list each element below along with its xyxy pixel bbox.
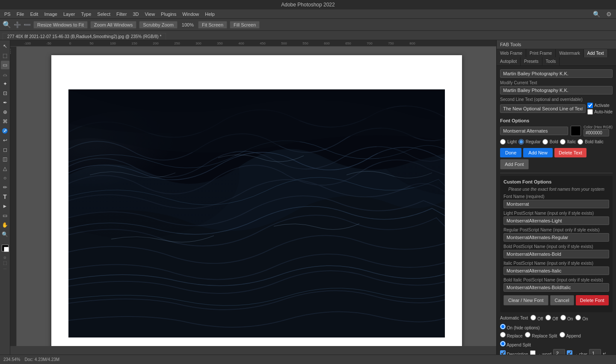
blur-tool[interactable]: △ (1, 164, 9, 173)
delete-font-btn[interactable]: Delete Font (576, 295, 609, 305)
add-new-button[interactable]: Add New (523, 148, 553, 157)
search-icon[interactable]: 🔍 (590, 11, 603, 18)
regular-ps-input[interactable] (503, 233, 609, 242)
clear-new-font-btn[interactable]: Clear / New Font (503, 295, 548, 305)
bold-ps-input[interactable] (503, 250, 609, 258)
eyedropper-tool[interactable]: ✒ (1, 98, 9, 107)
cancel-btn[interactable]: Cancel (550, 295, 574, 305)
auto-off-radio-1[interactable] (530, 315, 536, 320)
replace-split-radio[interactable] (525, 332, 530, 337)
lasso-tool[interactable]: ⌓ (1, 70, 9, 79)
menu-filter[interactable]: Filter (114, 11, 129, 18)
resize-windows-btn[interactable]: Resize Windows to Fit (33, 21, 88, 29)
append-split-radio[interactable] (500, 341, 506, 346)
select-tool[interactable]: ▭ (1, 61, 9, 69)
add-font-button[interactable]: Add Font (500, 159, 529, 169)
auto-on-radio-2[interactable] (575, 315, 581, 320)
menu-image[interactable]: Image (41, 11, 60, 18)
light-radio[interactable] (500, 139, 506, 145)
bold-italic-radio[interactable] (578, 139, 583, 145)
font-name-label: Font Name (required) (503, 194, 609, 199)
menu-plugins[interactable]: Plugins (158, 11, 179, 18)
quick-mask[interactable]: ⊙ (3, 256, 6, 260)
color-hex-input[interactable] (583, 129, 609, 136)
font-name-input[interactable] (503, 200, 609, 208)
eraser-tool[interactable]: ◻ (1, 145, 9, 154)
menu-select[interactable]: Select (95, 11, 113, 18)
menu-file[interactable]: File (14, 11, 27, 18)
history-brush[interactable]: ↩ (1, 136, 9, 145)
auto-hide-checkbox[interactable] (587, 109, 593, 115)
dodge-tool[interactable]: ○ (1, 174, 9, 182)
word-cb-label: → word (530, 350, 551, 355)
menu-type[interactable]: Type (79, 11, 94, 18)
tab-tools[interactable]: Tools (542, 57, 560, 65)
hand-tool[interactable]: ✋ (1, 221, 9, 229)
menu-ps[interactable]: PS (2, 11, 13, 18)
auto-off-radio-2[interactable] (545, 315, 551, 320)
settings-icon[interactable]: ⚙ (604, 11, 614, 18)
modify-text-input[interactable] (500, 86, 613, 95)
italic-radio[interactable] (560, 139, 566, 145)
gradient-tool[interactable]: ◫ (1, 155, 9, 163)
menu-window[interactable]: Window (180, 11, 201, 18)
quick-select-tool[interactable]: ✦ (1, 80, 9, 88)
change-screen-mode[interactable]: ⬚ (3, 260, 7, 265)
menu-layer[interactable]: Layer (61, 11, 78, 18)
doc-tab[interactable]: 277 40X 8f 2021-12-07 15-46-33 (B,Radius… (3, 33, 166, 40)
done-button[interactable]: Done (500, 148, 521, 157)
tab-autopilot[interactable]: Autopilot (497, 57, 521, 65)
tab-presets[interactable]: Presets (521, 57, 542, 65)
brush-tool[interactable]: ⌘ (1, 117, 9, 126)
auto-on-radio-1[interactable] (560, 315, 566, 320)
word-count-input[interactable] (553, 349, 565, 355)
color-swatch[interactable] (571, 126, 581, 136)
bold-italic-ps-input[interactable] (503, 283, 609, 292)
auto-on-label-2: On (575, 315, 588, 321)
char-count-input[interactable] (589, 349, 601, 355)
preset-select[interactable]: Martin Bailey Photography K.K. (500, 69, 613, 78)
clone-tool[interactable]: ♐ (1, 127, 9, 135)
foreground-color[interactable] (2, 245, 9, 252)
auto-on-hide-radio[interactable] (500, 324, 506, 329)
light-ps-input[interactable] (503, 216, 609, 225)
char-checkbox[interactable] (567, 350, 572, 355)
word-checkbox[interactable] (530, 350, 536, 355)
zoom-tool[interactable]: 🔍 (1, 230, 9, 239)
plus-icon[interactable]: ➕ (14, 21, 21, 28)
second-line-input[interactable] (500, 104, 586, 113)
tab-add-text[interactable]: Add Text (584, 49, 608, 57)
shape-tool[interactable]: ▭ (1, 211, 9, 220)
type-tool[interactable]: T (1, 192, 9, 201)
extra-tools[interactable]: … (3, 266, 7, 270)
path-select-tool[interactable]: ► (1, 202, 9, 210)
tab-print-frame[interactable]: Print Frame (526, 49, 556, 57)
delete-text-button[interactable]: Delete Text (554, 148, 586, 157)
tab-web-frame[interactable]: Web Frame (497, 49, 526, 57)
menu-help[interactable]: Help (202, 11, 217, 18)
move-tool[interactable]: ↖ (1, 42, 9, 50)
healing-tool[interactable]: ⊕ (1, 108, 9, 116)
replace-radio[interactable] (500, 332, 506, 337)
description-checkbox[interactable] (500, 350, 506, 355)
activate-checkbox[interactable] (587, 103, 593, 108)
canvas-container[interactable]: Martin Bailey Photography K.K. The New O… (17, 47, 496, 346)
italic-ps-input[interactable] (503, 266, 609, 275)
minus-icon[interactable]: ➖ (24, 21, 31, 28)
artboard-tool[interactable]: ⬚ (1, 51, 9, 60)
crop-tool[interactable]: ⊡ (1, 89, 9, 98)
fit-screen-btn[interactable]: Fit Screen (198, 21, 227, 29)
tab-watermark[interactable]: Watermark (556, 49, 584, 57)
auto-hide-label: Auto-hide (594, 109, 613, 114)
menu-view[interactable]: View (142, 11, 157, 18)
fill-screen-btn[interactable]: Fill Screen (230, 21, 260, 29)
bold-radio[interactable] (542, 139, 548, 145)
scrubby-zoom-btn[interactable]: Scrubby Zoom (139, 21, 178, 29)
regular-radio[interactable] (518, 139, 524, 145)
pen-tool[interactable]: ✏ (1, 183, 9, 192)
menu-edit[interactable]: Edit (27, 11, 41, 18)
font-family-select[interactable]: Montserrat Alternates (500, 127, 568, 135)
zoom-all-windows-btn[interactable]: Zoom All Windows (90, 21, 136, 29)
menu-3d[interactable]: 3D (130, 11, 141, 18)
append-radio[interactable] (560, 332, 565, 337)
